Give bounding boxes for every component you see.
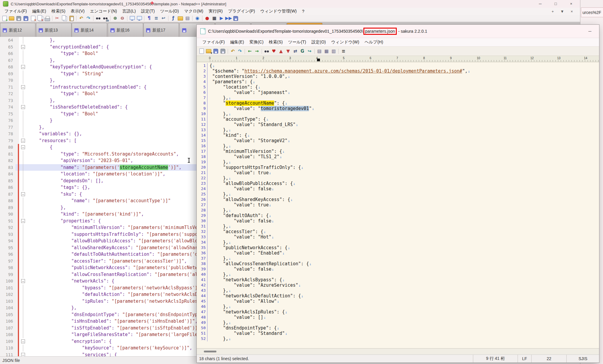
save-icon[interactable] xyxy=(15,15,22,21)
code-line[interactable]: 51 "value": "Standard"↓ xyxy=(197,331,599,336)
code-line[interactable]: 44 "networkAclsDefaultAction": {↓ xyxy=(197,293,599,299)
sakura-menu-convert[interactable]: 変換(C) xyxy=(247,40,266,45)
code-line[interactable]: 35 "publicNetworkAccess": {↓ xyxy=(197,245,599,250)
sync-horizontal-icon[interactable] xyxy=(136,15,143,21)
code-line[interactable]: 1{↓ xyxy=(197,63,599,68)
code-line[interactable]: 28 },↓ xyxy=(197,208,599,213)
close-all-icon[interactable]: × xyxy=(37,15,43,21)
code-line[interactable]: 16 },↓ xyxy=(197,143,599,149)
sakura-menu-window[interactable]: ウィンドウ(W) xyxy=(329,40,362,45)
npp-menu-tools[interactable]: ツール(O) xyxy=(157,9,182,14)
code-line[interactable]: 17 "minimumTlsVersion": {↓ xyxy=(197,149,599,154)
tag-jump-icon[interactable]: ↪ xyxy=(306,48,313,54)
npp-menu-language[interactable]: 言語(L) xyxy=(120,9,138,14)
code-line[interactable]: 22 },↓ xyxy=(197,175,599,181)
fold-marker[interactable] xyxy=(19,338,27,345)
npp-tab-shinki13[interactable]: 新規13 xyxy=(36,23,71,37)
macro-record-icon[interactable]: ● xyxy=(204,15,210,21)
code-line[interactable]: 26 "allowSharedKeyAccess": {↓ xyxy=(197,197,599,202)
grep-icon[interactable]: G xyxy=(299,48,306,54)
code-line[interactable]: 2 "$schema": "https://schema.management.… xyxy=(197,68,599,74)
code-line[interactable]: 45 "value": "Allow"↓ xyxy=(197,299,599,304)
code-line[interactable]: 27 "value": true↓ xyxy=(197,202,599,208)
npp-menu-macro[interactable]: マクロ(M) xyxy=(182,9,206,14)
save-as-icon[interactable] xyxy=(220,48,226,54)
document-map-icon[interactable]: ▤ xyxy=(184,15,191,21)
code-line[interactable]: 9 "value": "tomoristoragedev01"↓ xyxy=(197,106,599,111)
minimize-icon[interactable]: ─ xyxy=(532,0,548,8)
fold-marker[interactable] xyxy=(19,44,27,51)
npp-menu-settings[interactable]: 設定(T) xyxy=(138,9,157,14)
code-line[interactable]: 12 "value": "Standard_LRS"↓ xyxy=(197,122,599,127)
npp-menu-edit[interactable]: 編集(E) xyxy=(29,9,49,14)
code-line[interactable]: 3 "contentVersion": "1.0.0.0",↓ xyxy=(197,74,599,79)
print-icon[interactable] xyxy=(44,15,51,21)
npp-menu-search[interactable]: 検索(S) xyxy=(49,9,68,14)
save-icon[interactable] xyxy=(213,48,219,54)
find-mark-icon[interactable]: ♥ xyxy=(271,48,277,54)
code-line[interactable]: 46 },↓ xyxy=(197,304,599,309)
code-line[interactable]: 20 "supportsHttpsTrafficOnly": {↓ xyxy=(197,165,599,170)
npp-tab-shinki17[interactable]: 新規17 xyxy=(143,23,179,37)
close-icon[interactable]: × xyxy=(563,0,579,8)
copy-icon[interactable] xyxy=(61,15,68,21)
sakura-menu-help[interactable]: ヘルプ(H) xyxy=(362,40,386,45)
minimize-icon[interactable]: ─ xyxy=(585,25,594,38)
code-line[interactable]: 37 },↓ xyxy=(197,256,599,261)
npp-menu-file[interactable]: ファイル(F) xyxy=(2,9,29,14)
outline-icon[interactable]: ▤ xyxy=(316,48,323,54)
function-list-icon[interactable]: ƒ xyxy=(170,15,176,21)
code-line[interactable]: 49 },↓ xyxy=(197,320,599,325)
sakura-titlebar[interactable]: C:\Users\qqbb\Downloads\ExportedTemplate… xyxy=(197,25,599,38)
tab-close-icon[interactable]: × xyxy=(567,9,577,14)
npp-menu-plugins[interactable]: プラグイン(P) xyxy=(225,9,257,14)
npp-menu-run[interactable]: 実行(R) xyxy=(206,9,225,14)
fold-marker[interactable] xyxy=(19,144,27,151)
search-up-icon[interactable]: ▲ xyxy=(278,48,284,54)
zoom-in-icon[interactable]: ⊕ xyxy=(112,15,118,21)
replace-icon[interactable] xyxy=(102,15,109,21)
macro-run-multi-icon[interactable]: ▶▶ xyxy=(225,15,232,21)
new-file-icon[interactable] xyxy=(198,48,205,54)
find-icon[interactable] xyxy=(263,48,270,54)
open-file-icon[interactable]: ▾ xyxy=(205,48,212,54)
npp-tab-shinki12[interactable]: 新規12 xyxy=(0,23,35,37)
code-line[interactable]: 24 "value": false↓ xyxy=(197,186,599,192)
code-line[interactable]: 11 "accountType": {↓ xyxy=(197,117,599,122)
code-line[interactable]: 33 "value": "Hot"↓ xyxy=(197,234,599,240)
npp-menu-view[interactable]: 表示(V) xyxy=(68,9,88,14)
macro-stop-icon[interactable]: ■ xyxy=(211,15,218,21)
code-line[interactable]: 8 "storageAccountName": {↓ xyxy=(197,101,599,106)
show-all-chars-icon[interactable]: ¶ xyxy=(146,15,152,21)
undo-icon[interactable]: ↶ xyxy=(78,15,85,21)
notepadpp-titlebar[interactable]: C:\Users\qqbb\Downloads\ExportedTemplate… xyxy=(0,0,580,8)
sakura-editor[interactable]: 1{↓2 "$schema": "https://schema.manageme… xyxy=(197,62,599,348)
code-line[interactable]: 5 "location": {↓ xyxy=(197,84,599,90)
fold-marker[interactable] xyxy=(19,104,27,111)
sakura-menu-settings[interactable]: 設定(O) xyxy=(309,40,329,45)
code-line[interactable]: 32 "accessTier": {↓ xyxy=(197,229,599,234)
npp-menu-help[interactable]: ? xyxy=(299,9,307,14)
fold-marker[interactable] xyxy=(19,278,27,285)
code-line[interactable]: 29 "defaultOAuth": {↓ xyxy=(197,213,599,218)
indent-guide-icon[interactable]: ≡ xyxy=(153,15,160,21)
npp-menu-encoding[interactable]: エンコード(N) xyxy=(87,9,120,14)
sakura-horizontal-scrollbar[interactable] xyxy=(197,348,599,354)
code-line[interactable]: 48 "value": []↓ xyxy=(197,315,599,320)
background-window-fragment[interactable]: urces%2F xyxy=(581,7,603,17)
word-wrap-icon[interactable]: ↩ xyxy=(160,15,167,21)
code-line[interactable]: 19 },↓ xyxy=(197,159,599,165)
maximize-icon[interactable]: □ xyxy=(548,0,563,8)
undo-icon[interactable]: ↶ xyxy=(229,48,236,54)
code-line[interactable]: 38 "allowCrossTenantReplication": {↓ xyxy=(197,261,599,266)
code-line[interactable]: 13 },↓ xyxy=(197,127,599,133)
sakura-menu-edit[interactable]: 編集(E) xyxy=(227,40,247,45)
sakura-menu-file[interactable]: ファイル(F) xyxy=(200,40,227,45)
code-line[interactable]: 34 },↓ xyxy=(197,240,599,245)
code-line[interactable]: 31 },↓ xyxy=(197,224,599,229)
macro-save-icon[interactable] xyxy=(232,15,239,21)
fold-marker[interactable] xyxy=(19,64,27,70)
tab-list-icon[interactable]: ▼ xyxy=(557,9,567,14)
code-line[interactable]: 4 "parameters": {↓ xyxy=(197,79,599,84)
scrollbar-thumb[interactable] xyxy=(204,351,216,352)
